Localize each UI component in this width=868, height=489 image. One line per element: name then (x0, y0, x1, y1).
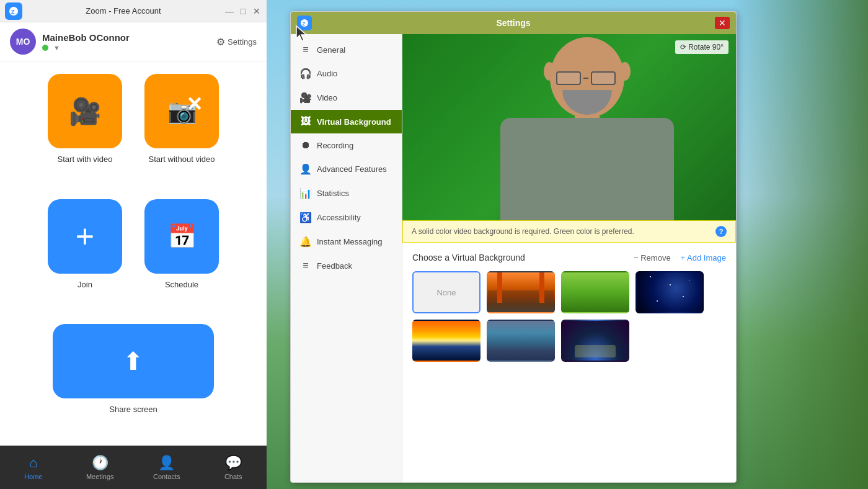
bg-chooser: Choose a Virtual Background − Remove + A… (402, 243, 736, 482)
video-icon: 🎥 (299, 92, 312, 104)
bg-thumb-grass[interactable] (561, 271, 629, 313)
sidebar-item-video[interactable]: 🎥 Video (291, 86, 402, 110)
advanced-features-label: Advanced Features (317, 164, 387, 174)
sidebar-item-statistics[interactable]: 📊 Statistics (291, 181, 402, 205)
video-preview-area: ⟳ Rotate 90° (402, 34, 736, 220)
video-camera-icon: 🎥 (69, 96, 101, 127)
add-image-button[interactable]: + Add Image (681, 253, 726, 262)
bg-thumb-none[interactable]: None (412, 271, 480, 313)
bg-chooser-title: Choose a Virtual Background (412, 253, 525, 262)
share-screen-button[interactable]: ⬆ (53, 324, 214, 398)
home-icon: ⌂ (29, 455, 37, 471)
schedule-button[interactable]: 📅 (144, 199, 219, 274)
virtual-background-label: Virtual Background (317, 117, 391, 127)
bg-thumb-golden-gate[interactable] (487, 271, 555, 313)
nav-item-meetings[interactable]: 🕐 Meetings (67, 446, 134, 489)
bottom-nav: ⌂ Home 🕐 Meetings 👤 Contacts 💬 Chats (0, 446, 267, 489)
zoom-main-window: Z Zoom - Free Account — □ ✕ MO MaineBob … (0, 0, 267, 489)
rotate-button[interactable]: ⟳ Rotate 90° (675, 40, 728, 54)
nav-item-contacts[interactable]: 👤 Contacts (133, 446, 200, 489)
home-nav-label: Home (24, 473, 42, 480)
audio-icon: 🎧 (299, 68, 312, 79)
person-body (500, 118, 674, 220)
sidebar-item-general[interactable]: ≡ General (291, 38, 402, 61)
advanced-icon: 👤 (299, 163, 312, 175)
plus-icon: + (76, 220, 94, 253)
glasses (556, 71, 616, 85)
close-button[interactable]: ✕ (252, 6, 262, 16)
sidebar-item-recording[interactable]: ⏺ Recording (291, 133, 402, 157)
settings-body: ≡ General 🎧 Audio 🎥 Video 🖼 Virtual Back… (291, 34, 736, 482)
accessibility-label: Accessibility (317, 213, 361, 222)
recording-label: Recording (317, 141, 353, 150)
sidebar-item-feedback[interactable]: ≡ Feedback (291, 254, 402, 277)
start-with-video-button[interactable]: 🎥 (48, 74, 122, 148)
join-button[interactable]: + (48, 199, 122, 274)
feedback-label: Feedback (317, 261, 352, 271)
nav-item-chats[interactable]: 💬 Chats (200, 446, 267, 489)
status-bar: ▼ (42, 44, 210, 52)
bg-chooser-header: Choose a Virtual Background − Remove + A… (412, 253, 726, 262)
right-ear (619, 62, 631, 81)
settings-link[interactable]: ⚙ Settings (216, 36, 257, 48)
clock-icon: 🕐 (92, 455, 108, 471)
settings-sidebar: ≡ General 🎧 Audio 🎥 Video 🖼 Virtual Back… (291, 34, 402, 482)
nav-item-home[interactable]: ⌂ Home (0, 446, 67, 489)
start-without-video-button[interactable]: 📷 ✕ (144, 74, 219, 148)
zoom-titlebar: Z Zoom - Free Account — □ ✕ (0, 0, 267, 22)
start-with-video-label: Start with video (58, 155, 113, 164)
minimize-button[interactable]: — (224, 6, 234, 16)
join-label: Join (78, 280, 92, 289)
zoom-window-title: Zoom - Free Account (22, 6, 224, 16)
join-item: + Join (42, 199, 128, 315)
sidebar-item-instant-messaging[interactable]: 🔔 Instant Messaging (291, 230, 402, 254)
statistics-label: Statistics (317, 189, 349, 198)
sidebar-item-virtual-background[interactable]: 🖼 Virtual Background (291, 110, 402, 133)
bridge-tower-left (497, 272, 502, 303)
titlebar-controls: — □ ✕ (224, 6, 262, 16)
stars-bg (637, 272, 702, 312)
chats-nav-label: Chats (224, 473, 242, 480)
bg-thumb-space[interactable] (636, 271, 704, 313)
share-screen-label: Share screen (109, 405, 157, 414)
settings-window: Z Settings ✕ ≡ General 🎧 Audio 🎥 Video 🖼… (290, 11, 737, 483)
action-grid: 🎥 Start with video 📷 ✕ Start without vid… (0, 61, 267, 446)
profile-bar: MO MaineBob OConnor ▼ ⚙ Settings (0, 22, 267, 61)
svg-text:Z: Z (303, 21, 306, 27)
settings-content: ⟳ Rotate 90° A solid color video backgro… (402, 34, 736, 482)
bg-thumb-sunset[interactable] (412, 320, 480, 362)
audio-label: Audio (317, 69, 337, 78)
none-label: None (436, 288, 456, 297)
bg-thumb-lake[interactable] (487, 320, 555, 362)
accessibility-icon: ♿ (299, 212, 312, 223)
bridge-tower-right (539, 272, 544, 303)
gear-icon: ⚙ (216, 36, 225, 48)
bg-chooser-actions: − Remove + Add Image (634, 253, 726, 262)
settings-logo: Z (297, 16, 312, 30)
sidebar-item-audio[interactable]: 🎧 Audio (291, 61, 402, 86)
person-silhouette (488, 37, 686, 220)
settings-close-button[interactable]: ✕ (715, 17, 730, 29)
zoom-logo: Z (5, 2, 22, 20)
general-icon: ≡ (299, 44, 312, 55)
person-icon: 👤 (158, 455, 175, 471)
schedule-label: Schedule (165, 280, 198, 289)
person-head (550, 37, 624, 118)
video-label: Video (317, 93, 337, 102)
start-with-video-item: 🎥 Start with video (42, 74, 128, 189)
bg-tree-right (732, 0, 868, 489)
info-message: A solid color video background is requir… (412, 227, 634, 236)
help-button[interactable]: ? (715, 226, 727, 237)
profile-name: MaineBob OConnor (42, 32, 210, 43)
sidebar-item-accessibility[interactable]: ♿ Accessibility (291, 205, 402, 230)
status-indicator (42, 45, 48, 51)
bg-thumb-stage[interactable] (561, 320, 629, 362)
avatar[interactable]: MO (10, 29, 36, 55)
sidebar-item-advanced-features[interactable]: 👤 Advanced Features (291, 157, 402, 181)
maximize-button[interactable]: □ (238, 6, 248, 16)
meetings-nav-label: Meetings (86, 473, 114, 480)
start-without-video-item: 📷 ✕ Start without video (138, 74, 225, 189)
svg-text:Z: Z (11, 9, 15, 15)
settings-titlebar: Z Settings ✕ (291, 12, 736, 34)
remove-bg-button[interactable]: − Remove (634, 253, 671, 262)
